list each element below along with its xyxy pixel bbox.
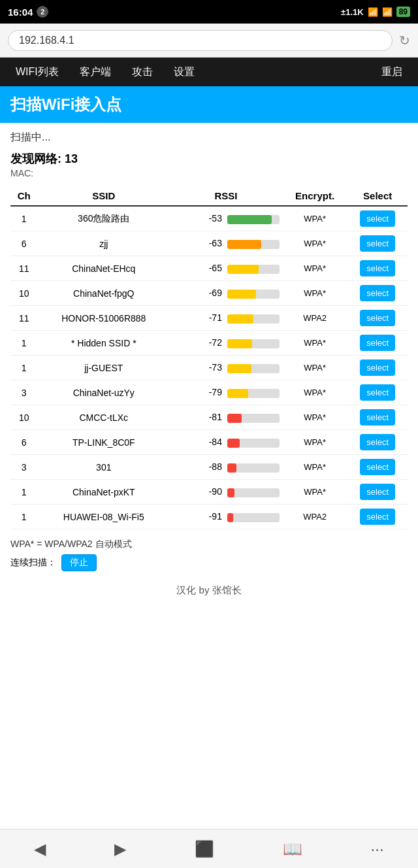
table-row: 10CMCC-tLXc-81 WPA*select xyxy=(10,405,408,430)
cell-ssid: HONOR-51006R888 xyxy=(37,306,170,331)
cell-select: select xyxy=(347,231,408,256)
rssi-value: -73 xyxy=(209,362,225,373)
select-button[interactable]: select xyxy=(360,434,395,450)
signal-bar xyxy=(227,240,280,249)
select-button[interactable]: select xyxy=(360,310,395,326)
table-row: 1jj-GUEST-73 WPA*select xyxy=(10,356,408,380)
select-button[interactable]: select xyxy=(360,409,395,426)
rssi-value: -88 xyxy=(209,461,225,472)
signal-fill xyxy=(227,240,261,249)
cell-encrypt: WPA* xyxy=(282,331,348,356)
select-button[interactable]: select xyxy=(360,359,395,376)
cell-rssi: -71 xyxy=(170,306,282,331)
table-row: 6zjj-63 WPA*select xyxy=(10,231,408,256)
cell-select: select xyxy=(347,505,408,529)
cell-rssi: -88 xyxy=(170,455,282,480)
signal-fill xyxy=(227,389,248,398)
table-row: 3ChinaNet-uzYy-79 WPA*select xyxy=(10,380,408,405)
page-header: 扫描WiFi接入点 xyxy=(0,86,418,123)
col-encrypt: Encrypt. xyxy=(282,186,348,206)
cell-ch: 6 xyxy=(10,231,37,256)
select-button[interactable]: select xyxy=(360,335,395,351)
select-button[interactable]: select xyxy=(360,459,395,475)
cell-ch: 10 xyxy=(10,405,37,430)
cell-select: select xyxy=(347,405,408,430)
table-header-row: Ch SSID RSSI Encrypt. Select xyxy=(10,186,408,206)
cell-rssi: -90 xyxy=(170,480,282,505)
cell-ch: 11 xyxy=(10,306,37,331)
cell-select: select xyxy=(347,380,408,405)
signal-bar xyxy=(227,513,280,522)
stop-button[interactable]: 停止 xyxy=(61,554,97,571)
col-ch: Ch xyxy=(10,186,37,206)
table-row: 10ChinaNet-fpgQ-69 WPA*select xyxy=(10,281,408,306)
bookmarks-button[interactable]: 📖 xyxy=(272,835,313,863)
cell-rssi: -81 xyxy=(170,405,282,430)
select-button[interactable]: select xyxy=(360,210,395,227)
cell-rssi: -91 xyxy=(170,505,282,529)
cell-select: select xyxy=(347,306,408,331)
cell-ssid: HUAWEI-08_Wi-Fi5 xyxy=(37,505,170,529)
rssi-value: -84 xyxy=(209,437,225,447)
cell-ch: 1 xyxy=(10,505,37,529)
cell-rssi: -53 xyxy=(170,206,282,231)
cell-ssid: ChinaNet-fpgQ xyxy=(37,281,170,306)
cell-ssid: CMCC-tLXc xyxy=(37,405,170,430)
signal-fill xyxy=(227,215,272,224)
traffic-indicator: ±1.1K xyxy=(341,7,364,17)
more-button[interactable]: ··· xyxy=(361,835,394,863)
nav-attack[interactable]: 攻击 xyxy=(121,58,163,86)
rssi-value: -53 xyxy=(209,213,225,224)
cell-rssi: -79 xyxy=(170,380,282,405)
cell-ssid: ChinaNet-pxKT xyxy=(37,480,170,505)
nav-restart[interactable]: 重启 xyxy=(371,58,413,86)
cell-select: select xyxy=(347,430,408,455)
rssi-value: -79 xyxy=(209,387,225,397)
table-row: 1ChinaNet-pxKT-90 WPA*select xyxy=(10,480,408,505)
cell-select: select xyxy=(347,256,408,281)
cell-rssi: -73 xyxy=(170,356,282,380)
cell-encrypt: WPA* xyxy=(282,256,348,281)
cell-encrypt: WPA2 xyxy=(282,306,348,331)
signal-bar xyxy=(227,364,280,373)
cell-select: select xyxy=(347,206,408,231)
signal-fill xyxy=(227,290,256,299)
table-row: 6TP-LINK_8C0F-84 WPA*select xyxy=(10,430,408,455)
forward-button[interactable]: ▶ xyxy=(104,835,137,863)
nav-wifi-list[interactable]: WIFI列表 xyxy=(5,58,69,86)
signal-bar xyxy=(227,463,280,473)
cell-select: select xyxy=(347,480,408,505)
signal-bar xyxy=(227,414,280,423)
cell-ch: 1 xyxy=(10,356,37,380)
select-button[interactable]: select xyxy=(360,260,395,276)
table-row: 1HUAWEI-08_Wi-Fi5-91 WPA2select xyxy=(10,505,408,529)
status-bar: 16:04 2 ±1.1K 📶 📶 89 xyxy=(0,0,418,24)
status-time: 16:04 xyxy=(8,7,33,18)
table-row: 1360危险路由-53 WPA*select xyxy=(10,206,408,231)
select-button[interactable]: select xyxy=(360,484,395,500)
url-input[interactable] xyxy=(8,30,393,51)
signal-bar xyxy=(227,265,280,274)
table-row: 11ChinaNet-EHcq-65 WPA*select xyxy=(10,256,408,281)
content-area: 扫描中... 发现网络: 13 MAC: Ch SSID RSSI Encryp… xyxy=(0,123,418,605)
address-bar: ↻ xyxy=(0,24,418,58)
rssi-value: -81 xyxy=(209,412,225,422)
cell-encrypt: WPA* xyxy=(282,281,348,306)
back-button[interactable]: ◀ xyxy=(24,835,56,863)
select-button[interactable]: select xyxy=(360,285,395,301)
refresh-button[interactable]: ↻ xyxy=(399,33,410,48)
rssi-value: -71 xyxy=(209,312,225,323)
nav-settings[interactable]: 设置 xyxy=(163,58,205,86)
nav-clients[interactable]: 客户端 xyxy=(69,58,121,86)
cell-ch: 1 xyxy=(10,480,37,505)
tabs-button[interactable]: ⬛ xyxy=(184,835,225,863)
cell-encrypt: WPA* xyxy=(282,455,348,480)
cell-ch: 1 xyxy=(10,206,37,231)
select-button[interactable]: select xyxy=(360,384,395,401)
cell-encrypt: WPA* xyxy=(282,430,348,455)
select-button[interactable]: select xyxy=(360,509,395,525)
select-button[interactable]: select xyxy=(360,235,395,252)
cell-ssid: TP-LINK_8C0F xyxy=(37,430,170,455)
cell-rssi: -84 xyxy=(170,430,282,455)
cell-ch: 11 xyxy=(10,256,37,281)
